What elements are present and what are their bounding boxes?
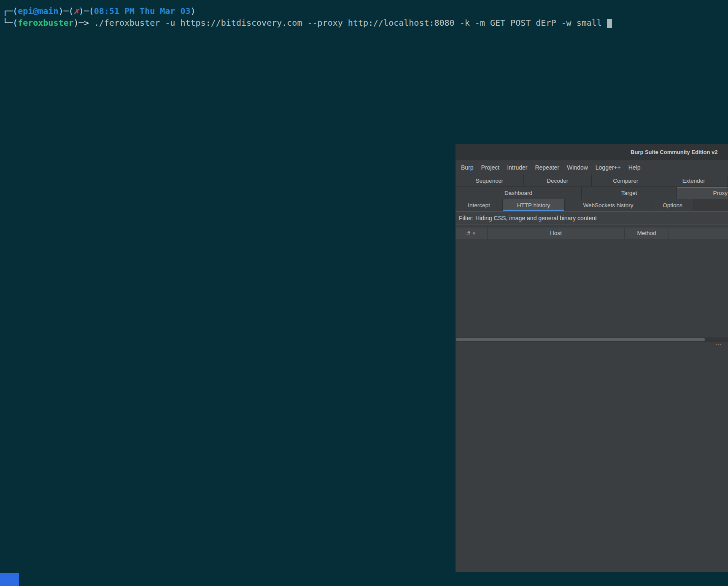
main-tabs-row-1: Sequencer Decoder Comparer Extender	[456, 175, 728, 187]
menu-item-help[interactable]: Help	[625, 164, 644, 171]
menu-item-window[interactable]: Window	[563, 164, 592, 171]
filter-text: Filter: Hiding CSS, image and general bi…	[459, 215, 597, 221]
proxy-subtabs-row: Intercept HTTP history WebSockets histor…	[456, 199, 728, 211]
column-method-label: Method	[637, 230, 656, 236]
column-host-label: Host	[550, 230, 562, 236]
prompt-line-1: ┌─(epi@main)─(✗)─(08:51 PM Thu Mar 03)	[3, 5, 728, 17]
menu-item-loggerpp[interactable]: Logger++	[592, 164, 625, 171]
prompt-frame-open: ┌─(	[3, 6, 18, 16]
prompt-line-2: └─(feroxbuster)─> ./feroxbuster -u https…	[3, 17, 728, 29]
prompt-frame-open-2: └─(	[3, 18, 18, 28]
tab-decoder[interactable]: Decoder	[524, 175, 592, 186]
column-header-method[interactable]: Method	[625, 227, 669, 239]
taskbar-fragment[interactable]	[0, 573, 19, 586]
subtab-row-filler	[693, 199, 728, 211]
prompt-exit-status: ✗	[74, 6, 79, 16]
subtab-options[interactable]: Options	[652, 199, 693, 211]
prompt-context: feroxbuster	[18, 18, 73, 28]
scrollbar-thumb[interactable]	[456, 338, 705, 341]
menu-item-repeater[interactable]: Repeater	[531, 164, 563, 171]
column-header-filler	[669, 227, 728, 239]
prompt-arrow: )─>	[74, 18, 94, 28]
window-title: Burp Suite Community Edition v2	[631, 144, 718, 160]
history-table-header: # ∨ Host Method	[456, 227, 728, 239]
horizontal-scrollbar[interactable]	[456, 338, 728, 342]
menu-item-burp[interactable]: Burp	[457, 164, 477, 171]
splitter-dots-icon: ⋯	[715, 340, 722, 348]
burp-window: Burp Suite Community Edition v2 Burp Pro…	[455, 144, 728, 572]
prompt-frame-sep-b: )─(	[79, 6, 94, 16]
history-table-body[interactable]	[456, 239, 728, 338]
tab-target[interactable]: Target	[582, 187, 677, 199]
desktop: ┌─(epi@main)─(✗)─(08:51 PM Thu Mar 03) └…	[0, 0, 728, 586]
column-number-label: #	[467, 230, 471, 236]
prompt-frame-close: )	[191, 6, 196, 16]
tab-proxy[interactable]: Proxy	[677, 187, 728, 199]
burp-menubar: Burp Project Intruder Repeater Window Lo…	[456, 160, 728, 175]
subtab-websockets-history[interactable]: WebSockets history	[565, 199, 652, 211]
column-header-host[interactable]: Host	[488, 227, 625, 239]
main-tabs-row-2: Dashboard Target Proxy	[456, 187, 728, 199]
panel-splitter[interactable]: ⋯	[456, 342, 728, 347]
burp-titlebar[interactable]: Burp Suite Community Edition v2	[456, 144, 728, 160]
tab-comparer[interactable]: Comparer	[592, 175, 660, 186]
menu-item-project[interactable]: Project	[477, 164, 504, 171]
sort-chevron-icon: ∨	[472, 231, 475, 235]
prompt-frame-sep-a: )─(	[58, 6, 73, 16]
prompt-user-host: epi@main	[18, 6, 58, 16]
tab-extender[interactable]: Extender	[660, 175, 728, 186]
tab-dashboard[interactable]: Dashboard	[456, 187, 582, 199]
filter-bar[interactable]: Filter: Hiding CSS, image and general bi…	[456, 211, 728, 224]
prompt-timestamp: 08:51 PM Thu Mar 03	[94, 6, 191, 16]
tab-sequencer[interactable]: Sequencer	[456, 175, 524, 186]
subtab-intercept[interactable]: Intercept	[456, 199, 503, 211]
message-editor-panel	[456, 347, 728, 572]
subtab-http-history[interactable]: HTTP history	[503, 199, 565, 211]
terminal-command[interactable]: ./feroxbuster -u https://bitdiscovery.co…	[94, 18, 602, 28]
column-header-number[interactable]: # ∨	[456, 227, 488, 239]
menu-item-intruder[interactable]: Intruder	[503, 164, 531, 171]
terminal-cursor	[607, 19, 612, 28]
